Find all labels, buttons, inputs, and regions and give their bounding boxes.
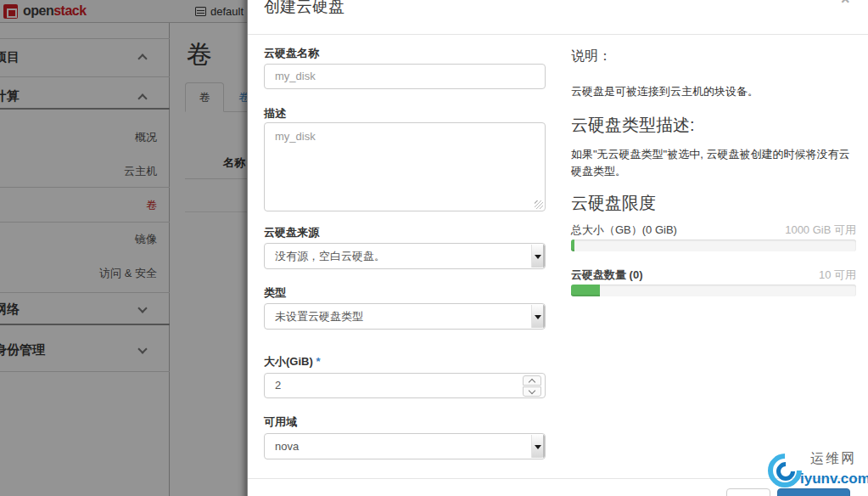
size-value: 2 [275,379,281,392]
select-arrow-icon [531,245,544,268]
help-type-heading: 云硬盘类型描述: [571,114,695,137]
modal-title: 创建云硬盘 [264,0,344,18]
cancel-button[interactable] [726,488,770,496]
availability-zone-select[interactable]: nova [264,433,546,459]
modal-header-border [248,34,868,35]
size-input[interactable]: 2 [264,373,546,398]
availability-zone-value: nova [275,440,299,453]
type-value: 未设置云硬盘类型 [275,310,363,323]
volume-count-progress-bar [571,285,856,296]
volume-name-label: 云硬盘名称 [264,46,319,61]
watermark-site-url: iyunv.com [800,471,868,488]
resize-grip-icon[interactable] [535,200,543,209]
volume-count-available: 10 可用 [720,268,856,283]
spinner-up-icon[interactable] [523,375,541,386]
volume-name-input[interactable]: my_disk [264,64,546,89]
limits-heading: 云硬盘限度 [571,192,656,215]
watermark-site-name: 运维网 [810,450,856,468]
close-icon[interactable]: × [841,0,850,5]
description-label: 描述 [264,106,286,121]
volume-count-progress-fill [571,285,600,296]
type-select[interactable]: 未设置云硬盘类型 [264,303,546,330]
availability-zone-label: 可用域 [264,414,297,430]
select-arrow-icon [531,305,544,328]
volume-count-quota-label: 云硬盘数量 (0) [571,268,643,283]
total-size-progress-fill [571,240,574,251]
description-value: my_disk [275,130,316,143]
help-type-text: 如果"无云硬盘类型"被选中, 云硬盘被创建的时候将没有云硬盘类型。 [571,146,856,180]
required-asterisk: * [316,355,320,368]
total-size-progress-bar [571,240,856,251]
volume-source-value: 没有源，空白云硬盘。 [275,250,385,262]
total-size-available: 1000 GiB 可用 [720,223,856,238]
spinner-down-icon[interactable] [523,386,541,397]
help-description-heading: 说明： [571,48,612,65]
create-volume-modal: 创建云硬盘 × 云硬盘名称 my_disk 描述 my_disk 云硬盘来源 没… [247,0,868,496]
select-arrow-icon [531,435,544,458]
watermark: 运维网 iyunv.com [766,445,868,494]
help-description-text: 云硬盘是可被连接到云主机的块设备。 [571,83,856,100]
size-label: 大小(GiB) * [264,354,320,369]
volume-source-select[interactable]: 没有源，空白云硬盘。 [264,243,546,269]
volume-source-label: 云硬盘来源 [264,225,319,240]
type-label: 类型 [264,285,286,301]
description-textarea[interactable]: my_disk [264,122,546,211]
total-size-quota-label: 总大小（GB）(0 GiB) [571,223,677,238]
